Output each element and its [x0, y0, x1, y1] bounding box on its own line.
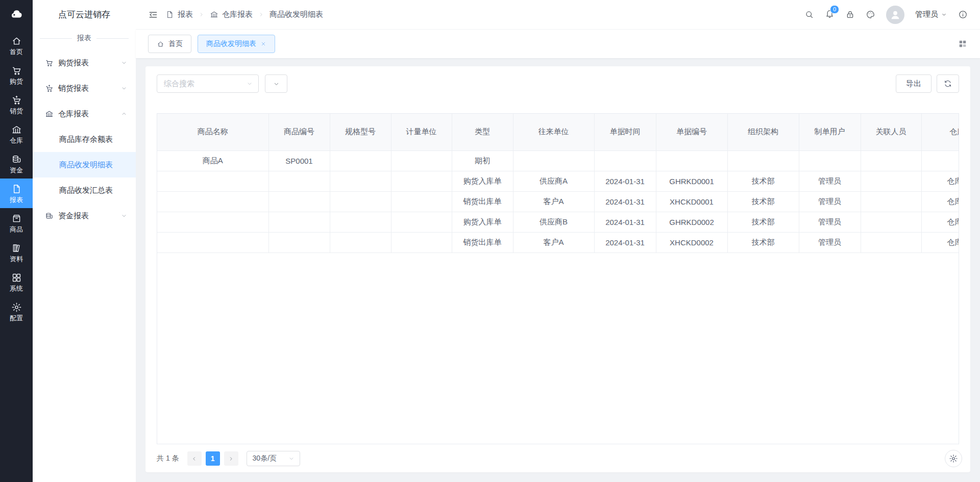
tab-stock-inout-detail[interactable]: 商品收发明细表: [198, 35, 275, 53]
column-settings-button[interactable]: [945, 450, 962, 467]
table-row[interactable]: 购货入库单供应商B2024-01-31GHRKD0002技术部管理员仓库A: [157, 212, 959, 232]
sidebar-item-data[interactable]: 资料: [0, 238, 33, 267]
sidebar-item-funds[interactable]: 资金: [0, 149, 33, 179]
breadcrumb-item[interactable]: 仓库报表: [210, 10, 253, 19]
column-header: 类型: [452, 114, 513, 150]
column-header: 商品编号: [268, 114, 330, 150]
search-icon[interactable]: [804, 10, 814, 19]
menu-item-stock-inout-detail[interactable]: 商品收发明细表: [33, 152, 136, 177]
tab-label: 商品收发明细表: [206, 39, 256, 48]
menu-group-sales-reports[interactable]: 销货报表: [33, 75, 136, 101]
section-divider: 报表: [33, 30, 136, 47]
table-cell: 2024-01-31: [594, 171, 656, 191]
table-cell: 仓库B: [921, 171, 959, 191]
search-expand-button[interactable]: [265, 74, 287, 93]
bank-icon: [11, 124, 22, 135]
table-cell: 技术部: [727, 212, 799, 232]
table-cell: XHCKD0002: [656, 232, 727, 252]
table-cell: 仓库B: [921, 191, 959, 212]
lock-icon[interactable]: [845, 10, 855, 19]
menu-item-stock-balance[interactable]: 商品库存余额表: [33, 126, 136, 152]
sidebar-item-reports[interactable]: 报表: [0, 179, 33, 208]
divider-line: [96, 38, 129, 39]
table-cell: 商品A: [157, 150, 268, 171]
table-cell: [268, 191, 330, 212]
notifications-button[interactable]: 0: [825, 9, 835, 20]
table-cell: [330, 191, 391, 212]
table-cell: [330, 150, 391, 171]
prev-page-button[interactable]: [187, 451, 202, 466]
coins-icon: [11, 154, 22, 165]
breadcrumb-label: 商品收发明细表: [270, 10, 323, 19]
tabbar: 首页商品收发明细表: [136, 30, 980, 58]
menu-item-stock-inout-summary[interactable]: 商品收发汇总表: [33, 177, 136, 203]
sidebar-item-label: 配置: [10, 315, 23, 321]
chevron-down-icon: [288, 455, 295, 462]
sidebar-item-purchase[interactable]: 购货: [0, 60, 33, 90]
search-select[interactable]: 综合搜索: [157, 74, 259, 93]
coins-icon: [45, 212, 54, 220]
table-row[interactable]: 销货出库单客户A2024-01-31XHCKD0002技术部管理员仓库B: [157, 232, 959, 252]
table-cell: [799, 150, 861, 171]
table-row[interactable]: 购货入库单供应商A2024-01-31GHRKD0001技术部管理员仓库B: [157, 171, 959, 191]
bank-icon: [45, 110, 54, 118]
table-cell: 供应商A: [513, 171, 594, 191]
table-cell: 2024-01-31: [594, 232, 656, 252]
close-icon[interactable]: [260, 41, 266, 47]
sidebar-item-home[interactable]: 首页: [0, 31, 33, 60]
cloud-logo-icon: [8, 8, 25, 21]
table-cell: [330, 212, 391, 232]
sidebar-item-label: 系统: [10, 285, 23, 292]
breadcrumb-item: 商品收发明细表: [270, 10, 323, 19]
main-area: 报表仓库报表商品收发明细表 0 管理员 首页商品收发明细表: [136, 0, 980, 482]
menu-group-fund-reports[interactable]: 资金报表: [33, 203, 136, 229]
table-cell: 仓库A: [921, 212, 959, 232]
menu-group-label: 资金报表: [58, 211, 89, 221]
breadcrumb-item[interactable]: 报表: [165, 10, 193, 19]
info-icon[interactable]: [958, 10, 968, 19]
refresh-button[interactable]: [937, 74, 959, 93]
table-cell: [656, 150, 727, 171]
sidebar-item-goods[interactable]: 商品: [0, 208, 33, 238]
table-cell: XHCKD0001: [656, 191, 727, 212]
table-cell: [391, 171, 452, 191]
page-number-button[interactable]: 1: [206, 451, 220, 466]
menu-group-warehouse-reports[interactable]: 仓库报表: [33, 101, 136, 126]
avatar[interactable]: [886, 6, 904, 24]
table-cell: [268, 171, 330, 191]
sidebar-item-sales[interactable]: 销货: [0, 90, 33, 119]
menu-group-purchase-reports[interactable]: 购货报表: [33, 50, 136, 75]
chevron-down-icon: [246, 80, 253, 87]
table-cell: [513, 150, 594, 171]
table-cell: [391, 150, 452, 171]
layout-grid-icon[interactable]: [958, 39, 968, 49]
table-cell: [861, 191, 921, 212]
app-logo: [0, 0, 33, 29]
table-cell: [268, 212, 330, 232]
sidebar-item-system[interactable]: 系统: [0, 267, 33, 297]
palette-icon[interactable]: [866, 10, 875, 19]
sidebar-item-warehouse[interactable]: 仓库: [0, 119, 33, 149]
column-header: 组织架构: [727, 114, 799, 150]
column-header: 单据时间: [594, 114, 656, 150]
menu-group-label: 仓库报表: [58, 109, 89, 119]
sidebar-collapse-icon[interactable]: [148, 10, 158, 20]
menu-item-label: 商品收发明细表: [59, 160, 113, 170]
user-menu[interactable]: 管理员: [915, 10, 947, 19]
page-size-value: 30条/页: [253, 454, 277, 463]
column-header: 制单用户: [799, 114, 861, 150]
table-cell: [861, 212, 921, 232]
table-row[interactable]: 销货出库单客户A2024-01-31XHCKD0001技术部管理员仓库B: [157, 191, 959, 212]
tab-home[interactable]: 首页: [148, 35, 191, 53]
report-menu: 购货报表销货报表仓库报表商品库存余额表商品收发明细表商品收发汇总表资金报表: [33, 50, 136, 229]
table-row[interactable]: 商品ASP0001期初: [157, 150, 959, 171]
export-button[interactable]: 导出: [896, 74, 932, 93]
sidebar-item-config[interactable]: 配置: [0, 297, 33, 326]
next-page-button[interactable]: [224, 451, 238, 466]
table-cell: 仓库B: [921, 232, 959, 252]
content-area: 综合搜索 导出 商品名称商品编号规格型号计量单位类型往来单位单据时间单据编号组织…: [136, 58, 980, 482]
column-header: 计量单位: [391, 114, 452, 150]
page-size-select[interactable]: 30条/页: [247, 451, 300, 466]
secondary-sidebar: 点可云进销存 报表 购货报表销货报表仓库报表商品库存余额表商品收发明细表商品收发…: [33, 0, 136, 482]
tab-label: 首页: [168, 39, 183, 48]
